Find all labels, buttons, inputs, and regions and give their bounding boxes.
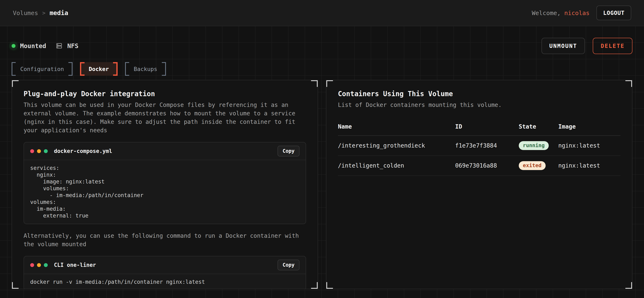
green-dot-icon	[44, 149, 48, 153]
cli-intro-text: Alternatively, you can use the following…	[24, 232, 300, 249]
cli-code-header: CLI one-liner Copy	[24, 256, 306, 274]
panel-corner-icon	[12, 282, 18, 289]
delete-button[interactable]: DELETE	[593, 38, 632, 54]
logout-button[interactable]: LOGOUT	[596, 5, 631, 20]
breadcrumb-current-volume: media	[50, 9, 68, 16]
tab-configuration[interactable]: Configuration	[12, 62, 72, 76]
container-image: nginx:latest	[558, 155, 620, 176]
tab-docker[interactable]: Docker	[80, 62, 118, 76]
column-header-state: State	[519, 120, 558, 136]
compose-code-block: docker-compose.yml Copy services: nginx:…	[24, 142, 306, 224]
breadcrumb-separator: >	[42, 10, 46, 16]
container-id: f1e73e7f3884	[455, 136, 519, 155]
table-row: /interesting_grothendieck f1e73e7f3884 r…	[338, 136, 620, 155]
status-badge: running	[519, 141, 549, 150]
containers-panel: Containers Using This Volume List of Doc…	[326, 80, 632, 289]
table-row: /intelligent_colden 069e73016a88 exited …	[338, 155, 620, 176]
cli-code-block: CLI one-liner Copy docker run -v im-medi…	[24, 256, 306, 289]
mounted-status-label: Mounted	[20, 42, 46, 49]
mount-status: Mounted	[12, 42, 46, 49]
traffic-lights-icon	[30, 149, 48, 153]
breadcrumb-volumes-link[interactable]: Volumes	[13, 9, 38, 16]
tab-backups[interactable]: Backups	[125, 62, 166, 76]
cli-code-text: docker run -v im-media:/path/in/containe…	[24, 274, 306, 289]
container-name: /intelligent_colden	[338, 155, 455, 176]
panel-corner-icon	[626, 282, 632, 289]
panel-corner-icon	[311, 282, 318, 289]
docker-panel-description: This volume can be used in your Docker C…	[24, 101, 300, 135]
compose-code-header: docker-compose.yml Copy	[24, 143, 306, 160]
panel-corner-icon	[626, 80, 632, 87]
containers-table: Name ID State Image /interesting_grothen…	[338, 120, 620, 176]
mounted-status-dot-icon	[12, 44, 16, 48]
cli-filename: CLI one-liner	[54, 262, 96, 268]
copy-cli-button[interactable]: Copy	[278, 260, 300, 270]
panel-corner-icon	[311, 80, 318, 87]
tab-bar: Configuration Docker Backups	[12, 62, 632, 76]
column-header-id: ID	[455, 120, 519, 136]
container-image: nginx:latest	[558, 136, 620, 155]
red-dot-icon	[30, 149, 34, 153]
copy-compose-button[interactable]: Copy	[278, 146, 300, 156]
column-header-name: Name	[338, 120, 455, 136]
column-header-image: Image	[558, 120, 620, 136]
panel-corner-icon	[12, 80, 18, 87]
table-header-row: Name ID State Image	[338, 120, 620, 136]
volume-type: NFS	[56, 42, 78, 49]
welcome-prefix: Welcome,	[532, 9, 564, 16]
main-content: Mounted NFS UNMOUNT DELETE Configuration…	[0, 26, 644, 298]
breadcrumb: Volumes > media	[13, 9, 68, 16]
top-bar: Volumes > media Welcome, nicolas LOGOUT	[0, 0, 644, 26]
amber-dot-icon	[37, 263, 41, 267]
containers-panel-title: Containers Using This Volume	[338, 90, 620, 98]
server-stack-icon	[56, 42, 62, 49]
container-id: 069e73016a88	[455, 155, 519, 176]
containers-panel-subtitle: List of Docker containers mounting this …	[338, 101, 615, 109]
compose-filename: docker-compose.yml	[54, 148, 112, 154]
traffic-lights-icon	[30, 263, 48, 267]
container-name: /interesting_grothendieck	[338, 136, 455, 155]
welcome-text: Welcome, nicolas	[532, 9, 590, 16]
docker-integration-panel: Plug-and-play Docker integration This vo…	[12, 80, 318, 289]
panel-corner-icon	[326, 80, 333, 87]
green-dot-icon	[44, 263, 48, 267]
amber-dot-icon	[37, 149, 41, 153]
unmount-button[interactable]: UNMOUNT	[542, 38, 585, 54]
red-dot-icon	[30, 263, 34, 267]
status-badge: exited	[519, 161, 546, 170]
username: nicolas	[564, 9, 590, 16]
compose-code-text: services: nginx: image: nginx:latest vol…	[24, 160, 306, 224]
docker-panel-title: Plug-and-play Docker integration	[24, 90, 306, 98]
status-row: Mounted NFS UNMOUNT DELETE	[12, 26, 632, 53]
volume-type-label: NFS	[67, 42, 78, 49]
panel-corner-icon	[326, 282, 333, 289]
